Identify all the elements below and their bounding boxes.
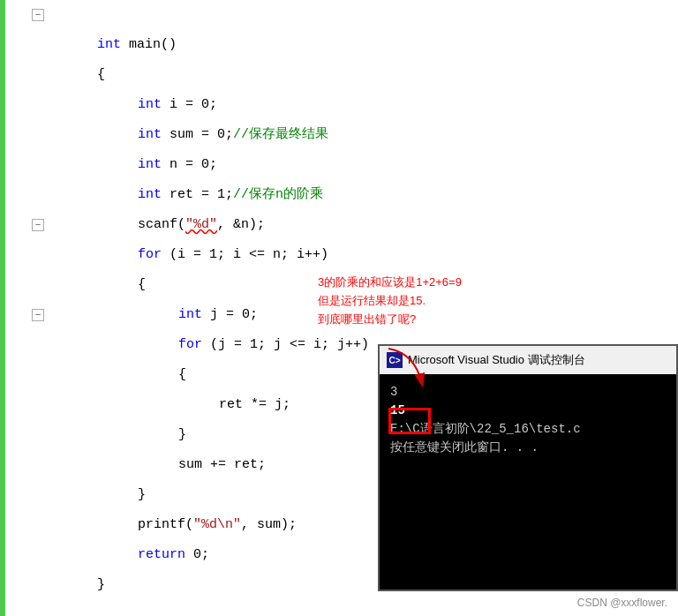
gutter-line-10	[5, 270, 49, 300]
console-output-3: E:\C语言初阶\22_5_16\test.c	[390, 420, 666, 439]
code-editor: − − − int main()	[0, 0, 678, 616]
annotation-line-1: 3的阶乘的和应该是1+2+6=9	[318, 274, 462, 292]
code-line-8: for (i = 1; i <= n; i++)	[49, 210, 678, 240]
console-output-4: 按任意键关闭此窗口. . .	[390, 439, 666, 457]
gutter-line-5	[5, 120, 49, 150]
collapse-icon-1[interactable]: −	[32, 9, 44, 21]
code-line-1: int main()	[49, 0, 678, 30]
annotation-arrow	[380, 344, 433, 397]
gutter-line-7	[5, 180, 49, 210]
gutter-line-16	[5, 450, 49, 480]
gutter-line-18	[5, 510, 49, 540]
gutter-line-11: −	[5, 300, 49, 330]
code-line-7: scanf("%d", &n);	[49, 180, 678, 210]
gutter-line-17	[5, 480, 49, 510]
brace-main-close: }	[97, 577, 105, 592]
gutter-line-9	[5, 240, 49, 270]
watermark: CSDN @xxxflower.	[577, 597, 667, 609]
code-line-2: {	[49, 30, 678, 60]
console-body: 3 15 E:\C语言初阶\22_5_16\test.c 按任意键关闭此窗口. …	[380, 374, 676, 590]
code-line-3: int i = 0;	[49, 60, 678, 90]
code-line-4: int sum = 0;//保存最终结果	[49, 90, 678, 120]
annotation-line-3: 到底哪里出错了呢?	[318, 311, 462, 329]
line-number-area: − − −	[5, 0, 49, 570]
gutter-line-13	[5, 360, 49, 390]
collapse-icon-8[interactable]: −	[32, 219, 44, 231]
gutter-line-12	[5, 330, 49, 360]
gutter-line-2	[5, 30, 49, 60]
console-title: Microsoft Visual Studio 调试控制台	[408, 352, 585, 368]
gutter-line-4	[5, 90, 49, 120]
code-line-9: {	[49, 240, 678, 270]
console-output-2: 15	[390, 402, 666, 420]
gutter-line-3	[5, 60, 49, 90]
collapse-icon-11[interactable]: −	[32, 309, 44, 321]
gutter-line-6	[5, 150, 49, 180]
gutter-line-1: −	[5, 0, 49, 30]
annotation-line-2: 但是运行结果却是15.	[318, 292, 462, 311]
code-line-6: int ret = 1;//保存n的阶乘	[49, 150, 678, 180]
annotation-box: 3的阶乘的和应该是1+2+6=9 但是运行结果却是15. 到底哪里出错了呢?	[318, 274, 462, 328]
gutter-line-14	[5, 390, 49, 420]
code-line-5: int n = 0;	[49, 120, 678, 150]
gutter-line-19	[5, 540, 49, 570]
gutter-line-8: −	[5, 210, 49, 240]
gutter-line-15	[5, 420, 49, 450]
